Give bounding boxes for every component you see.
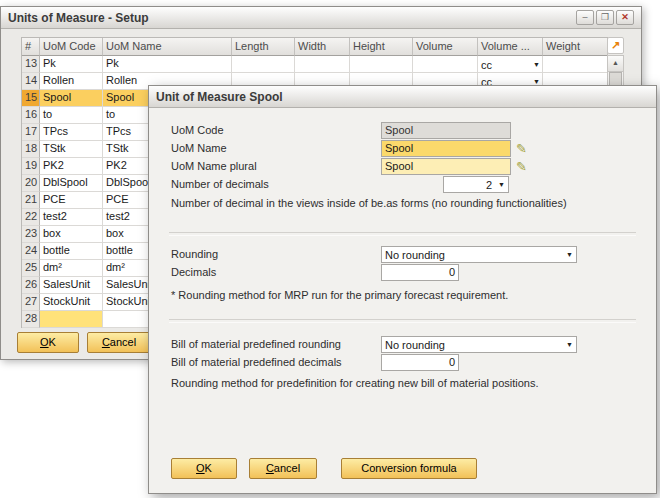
column-header-weight[interactable]: Weight: [543, 38, 608, 56]
edit-pencil-icon[interactable]: ✎: [516, 159, 527, 174]
bom-rounding-label: Bill of material predefined rounding: [171, 336, 341, 352]
cell-width[interactable]: [295, 56, 350, 73]
cell-code[interactable]: Pk: [40, 56, 103, 73]
cell-num[interactable]: 13: [22, 56, 40, 73]
cancel-button[interactable]: Cancel: [87, 332, 151, 353]
column-header-height[interactable]: Height: [350, 38, 413, 56]
cell-code[interactable]: StockUnit: [40, 294, 103, 311]
decimals-label: Decimals: [171, 264, 216, 280]
cell-num[interactable]: 22: [22, 209, 40, 226]
cell-name[interactable]: Pk: [103, 56, 232, 73]
column-header-volume[interactable]: Volume: [413, 38, 478, 56]
column-header-vunit[interactable]: Volume ...: [478, 38, 543, 56]
expand-form-icon[interactable]: ↗: [607, 37, 624, 54]
uom-code-label: UoM Code: [171, 122, 224, 138]
cell-num[interactable]: 24: [22, 243, 40, 260]
bom-rounding-note: Rounding method for predefinition for cr…: [171, 376, 538, 390]
column-header-num[interactable]: #: [22, 38, 40, 56]
chevron-down-icon: ▼: [533, 78, 540, 85]
cell-weight[interactable]: [543, 56, 608, 73]
cell-code[interactable]: bottle: [40, 243, 103, 260]
cell-volume[interactable]: [413, 56, 478, 73]
window-controls: – ❐ ✕: [576, 10, 634, 25]
table-row[interactable]: 13PkPkcc▼: [22, 56, 608, 73]
cell-num[interactable]: 21: [22, 192, 40, 209]
cell-code[interactable]: dm²: [40, 260, 103, 277]
uom-detail-dialog: Unit of Measure Spool UoM Code Spool UoM…: [148, 85, 657, 494]
cell-code[interactable]: Rollen: [40, 73, 103, 90]
decimals-field[interactable]: 0: [381, 264, 459, 281]
cell-num[interactable]: 25: [22, 260, 40, 277]
uom-code-field: Spool: [381, 122, 511, 139]
dialog-title: Unit of Measure Spool: [156, 90, 283, 104]
chevron-down-icon: ▼: [533, 61, 540, 68]
bom-rounding-dropdown[interactable]: No rounding ▼: [381, 336, 577, 353]
cell-length[interactable]: [232, 56, 295, 73]
close-button-icon[interactable]: ✕: [616, 10, 634, 25]
cell-code[interactable]: PCE: [40, 192, 103, 209]
cell-code[interactable]: [40, 311, 103, 328]
cell-num[interactable]: 23: [22, 226, 40, 243]
number-of-decimals-dropdown[interactable]: 2 ▼: [443, 176, 509, 193]
dialog-titlebar[interactable]: Unit of Measure Spool: [149, 86, 656, 108]
conversion-formula-button[interactable]: Conversion formula: [341, 458, 477, 479]
cell-num[interactable]: 27: [22, 294, 40, 311]
cell-code[interactable]: TPcs: [40, 124, 103, 141]
cell-height[interactable]: [350, 56, 413, 73]
bom-decimals-field[interactable]: 0: [381, 354, 459, 371]
edit-pencil-icon[interactable]: ✎: [516, 141, 527, 156]
cell-code[interactable]: SalesUnit: [40, 277, 103, 294]
section-divider: [169, 232, 636, 236]
main-window-title: Units of Measure - Setup: [8, 11, 149, 25]
number-of-decimals-label: Number of decimals: [171, 176, 269, 192]
cell-code[interactable]: Spool: [40, 90, 103, 107]
cell-num[interactable]: 20: [22, 175, 40, 192]
cell-num[interactable]: 17: [22, 124, 40, 141]
main-window-titlebar[interactable]: Units of Measure - Setup – ❐ ✕: [1, 7, 641, 29]
cell-num[interactable]: 28: [22, 311, 40, 328]
uom-name-label: UoM Name: [171, 140, 227, 156]
section-divider: [169, 319, 636, 323]
column-header-width[interactable]: Width: [295, 38, 350, 56]
cell-num[interactable]: 14: [22, 73, 40, 90]
uom-name-plural-field[interactable]: Spool: [381, 158, 511, 175]
minimize-button-icon[interactable]: –: [576, 10, 594, 25]
cell-num[interactable]: 16: [22, 107, 40, 124]
cell-num[interactable]: 26: [22, 277, 40, 294]
rounding-label: Rounding: [171, 246, 218, 262]
cell-num[interactable]: 15: [22, 90, 40, 107]
chevron-down-icon: ▼: [563, 251, 576, 258]
cell-code[interactable]: PK2: [40, 158, 103, 175]
uom-name-field[interactable]: Spool: [381, 140, 511, 157]
scroll-up-icon[interactable]: ▲: [608, 56, 623, 72]
cell-code[interactable]: TStk: [40, 141, 103, 158]
chevron-down-icon: ▼: [495, 181, 508, 188]
maximize-button-icon[interactable]: ❐: [596, 10, 614, 25]
uom-table-header: #UoM CodeUoM NameLengthWidthHeightVolume…: [22, 38, 608, 56]
volume-unit-value: cc: [481, 59, 492, 71]
column-header-code[interactable]: UoM Code: [40, 38, 103, 56]
rounding-dropdown[interactable]: No rounding ▼: [381, 246, 577, 263]
mrp-rounding-note: * Rounding method for MRP run for the pr…: [171, 288, 508, 302]
cell-code[interactable]: test2: [40, 209, 103, 226]
ok-button[interactable]: OK: [17, 332, 79, 353]
cell-num[interactable]: 19: [22, 158, 40, 175]
cell-code[interactable]: to: [40, 107, 103, 124]
chevron-down-icon: ▼: [563, 341, 576, 348]
cell-code[interactable]: DblSpool: [40, 175, 103, 192]
decimals-note: Number of decimal in the views inside of…: [171, 196, 567, 210]
cell-vunit[interactable]: cc▼: [478, 56, 543, 73]
column-header-length[interactable]: Length: [232, 38, 295, 56]
cell-num[interactable]: 18: [22, 141, 40, 158]
bom-decimals-label: Bill of material predefined decimals: [171, 354, 342, 370]
cell-code[interactable]: box: [40, 226, 103, 243]
dialog-ok-button[interactable]: OK: [171, 458, 237, 479]
uom-name-plural-label: UoM Name plural: [171, 158, 257, 174]
dialog-cancel-button[interactable]: Cancel: [249, 458, 317, 479]
column-header-name[interactable]: UoM Name: [103, 38, 232, 56]
